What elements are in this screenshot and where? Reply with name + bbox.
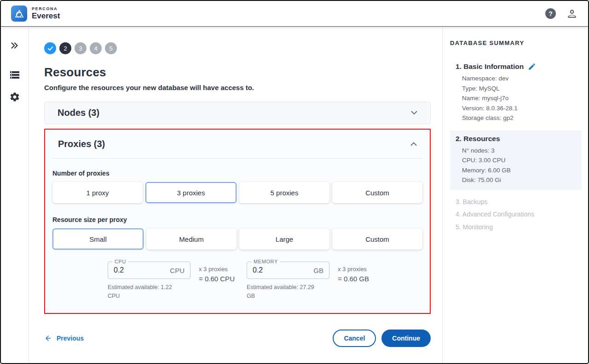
chevron-up-icon (410, 142, 417, 146)
cancel-button[interactable]: Cancel (333, 330, 376, 347)
wizard-main-panel: 2 3 4 5 Resources Configure the resource… (29, 27, 442, 363)
summary-item-name: Name: mysql-j7o (462, 93, 579, 103)
proxies-option-custom[interactable]: Custom (332, 182, 422, 203)
summary-item-cpu: CPU: 3.00 CPU (462, 155, 579, 165)
memory-field: MEMORY GB (247, 262, 329, 279)
user-icon[interactable] (566, 8, 578, 20)
number-of-proxies-label: Number of proxies (52, 170, 422, 177)
size-option-custom[interactable]: Custom (332, 228, 422, 250)
summary-item-storage-class: Storage class: gp2 (462, 113, 579, 123)
cpu-field: CPU CPU (108, 262, 191, 279)
double-chevron-right-icon (10, 40, 20, 51)
step-2-current[interactable]: 2 (59, 42, 71, 54)
proxies-option-5[interactable]: 5 proxies (239, 182, 329, 203)
databases-list-icon (9, 69, 20, 80)
resources-section-title: 2. Resources (456, 135, 500, 143)
nodes-accordion-header[interactable]: Nodes (3) (44, 102, 431, 124)
memory-multiplier: x 3 proxies (338, 266, 386, 273)
help-icon[interactable]: ? (545, 8, 556, 19)
previous-label: Previous (57, 335, 84, 342)
page-subtitle: Configure the resources your new databas… (44, 84, 431, 91)
summary-item-disk: Disk: 75.00 Gi (462, 175, 579, 185)
brand-text: PERCONA Everest (32, 7, 60, 20)
page-title: Resources (44, 65, 431, 80)
database-summary-sidebar: DATABASE SUMMARY 1. Basic Information Na… (442, 27, 588, 363)
summary-item-memory: Memory: 6.00 GB (462, 165, 579, 176)
summary-basic-information: 1. Basic Information Namespace: dev Type… (450, 58, 582, 128)
number-of-proxies-toggle-group: 1 proxy 3 proxies 5 proxies Custom (52, 182, 422, 203)
nav-settings-item[interactable] (7, 89, 23, 105)
cpu-unit-suffix: CPU (170, 267, 185, 274)
nav-databases-item[interactable] (7, 67, 23, 83)
size-option-large[interactable]: Large (239, 228, 329, 250)
edit-pencil-icon (528, 63, 536, 71)
brand-everest: Everest (32, 12, 60, 20)
nodes-accordion-title: Nodes (3) (58, 108, 99, 118)
step-1-done[interactable] (44, 42, 56, 54)
summary-step-advanced-configurations: 4. Advanced Configurations (456, 210, 582, 220)
cpu-multiplier: x 3 proxies (199, 266, 247, 273)
memory-input[interactable] (253, 266, 310, 274)
settings-gear-icon (9, 91, 20, 102)
summary-item-namespace: Namespace: dev (462, 74, 579, 84)
resource-size-label: Resource size per proxy (52, 216, 422, 223)
step-3[interactable]: 3 (75, 42, 87, 54)
summary-step-monitoring: 5. Monitoring (456, 222, 582, 233)
proxies-accordion-header[interactable]: Proxies (3) (45, 130, 430, 158)
proxies-accordion-title: Proxies (3) (58, 139, 105, 149)
cpu-total-block: x 3 proxies = 0.60 CPU (199, 262, 247, 301)
basic-information-title: 1. Basic Information (456, 63, 524, 71)
edit-basic-information-button[interactable] (528, 63, 536, 71)
memory-unit-suffix: GB (313, 267, 323, 274)
summary-upcoming-steps: 3. Backups 4. Advanced Configurations 5.… (450, 197, 582, 233)
cpu-total: = 0.60 CPU (199, 275, 247, 283)
resource-size-toggle-group: Small Medium Large Custom (52, 228, 422, 250)
step-5[interactable]: 5 (105, 42, 117, 54)
summary-item-nodes: N° nodes: 3 (462, 146, 579, 156)
percona-logo (11, 6, 27, 22)
memory-total: = 0.60 GB (338, 275, 386, 283)
summary-resources: 2. Resources N° nodes: 3 CPU: 3.00 CPU M… (450, 131, 582, 190)
cpu-input[interactable] (114, 266, 166, 274)
left-nav-rail (1, 27, 29, 363)
proxies-option-1[interactable]: 1 proxy (52, 182, 143, 203)
chevron-down-icon (411, 111, 417, 115)
wizard-stepper: 2 3 4 5 (44, 42, 431, 54)
size-option-small-selected[interactable]: Small (52, 228, 144, 250)
wizard-footer: Previous Cancel Continue (44, 330, 431, 347)
proxies-section-highlighted: Proxies (3) Number of proxies 1 proxy 3 … (44, 129, 431, 314)
cpu-field-label: CPU (112, 259, 128, 264)
step-4[interactable]: 4 (90, 42, 102, 54)
memory-field-label: MEMORY (251, 259, 280, 264)
expand-sidebar-button[interactable] (7, 38, 23, 53)
summary-step-backups: 3. Backups (456, 197, 582, 207)
proxies-option-3-selected[interactable]: 3 proxies (145, 182, 237, 203)
back-arrow-icon (44, 334, 52, 342)
brand-percona: PERCONA (32, 7, 60, 11)
cpu-helper-text: Estimated available: 1.22 CPU (108, 283, 184, 301)
memory-helper-text: Estimated available: 27.29 GB (247, 283, 323, 301)
check-icon (47, 45, 54, 52)
summary-item-version: Version: 8.0.36-28.1 (462, 103, 579, 114)
summary-item-type: Type: MySQL (462, 84, 579, 94)
app-window: PERCONA Everest ? (0, 0, 589, 364)
summary-title: DATABASE SUMMARY (450, 40, 582, 46)
previous-button[interactable]: Previous (44, 334, 84, 342)
top-app-bar: PERCONA Everest ? (1, 1, 588, 27)
resource-inputs-row: CPU CPU Estimated available: 1.22 CPU x … (108, 262, 422, 301)
memory-total-block: x 3 proxies = 0.60 GB (338, 262, 386, 301)
continue-button[interactable]: Continue (381, 330, 431, 347)
size-option-medium[interactable]: Medium (146, 228, 237, 250)
